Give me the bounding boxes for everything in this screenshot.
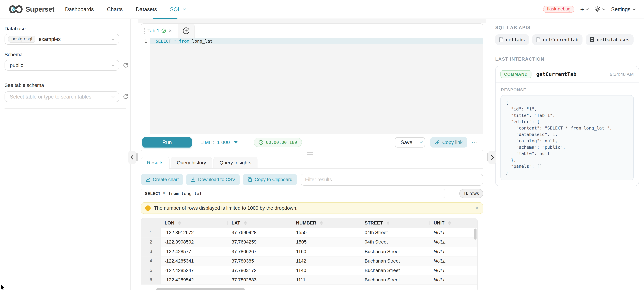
last-interaction-card: COMMAND getCurrentTab 9:34:48 AM RESPONS…: [495, 66, 639, 186]
tab-query-insights[interactable]: Query Insights: [214, 157, 258, 168]
table-row: 2 -122.3908502 37.7694259 1505 04th Stre…: [141, 237, 477, 247]
response-json: { "id": "1", "title": "Tab 1", "editor":…: [500, 95, 634, 180]
sql-lab-sidebar: Database postgresql examples Schema publ…: [0, 19, 130, 290]
editor-tab-active[interactable]: Tab 1 ✕: [141, 24, 178, 38]
download-csv-button[interactable]: Download to CSV: [186, 174, 240, 185]
collapse-right-panel-button[interactable]: [488, 151, 496, 164]
sql-editor-card: Tab 1 ✕ 1 SELECT * from long_lat: [141, 23, 483, 151]
command-name: getCurrentTab: [536, 71, 576, 77]
main-nav: Dashboards Charts Datasets SQL: [65, 6, 186, 12]
row-count-badge: 1k rows: [459, 189, 483, 198]
column-header-lon[interactable]: LON: [160, 218, 228, 228]
close-tab-icon[interactable]: ✕: [168, 28, 172, 33]
editor-toolbar: Run LIMIT: 1 000 00:00:00.189 Save: [141, 134, 482, 151]
save-button[interactable]: Save: [395, 138, 418, 147]
save-dropdown-button[interactable]: [418, 138, 424, 147]
tab-query-history[interactable]: Query history: [171, 157, 212, 168]
collapse-sidebar-button[interactable]: [128, 151, 136, 164]
table-row: 5 -122.4285247 37.7803172 1140 Buchanan …: [141, 266, 477, 275]
new-tab-button[interactable]: [178, 24, 194, 38]
tab-results[interactable]: Results: [141, 157, 170, 168]
interaction-header: COMMAND getCurrentTab 9:34:48 AM: [496, 66, 638, 82]
sql-statement: SELECT * from long_lat: [156, 38, 213, 44]
right-resize-handle[interactable]: [486, 153, 488, 161]
create-chart-button[interactable]: Create chart: [141, 174, 183, 185]
sort-icon: [448, 221, 451, 225]
copy-clipboard-button[interactable]: Copy to Clipboard: [243, 174, 297, 185]
corner-cell: [141, 218, 160, 228]
link-icon: [435, 140, 440, 145]
sql-star: *: [171, 38, 179, 44]
column-header-number[interactable]: NUMBER: [292, 218, 360, 228]
chevron-down-icon: [112, 38, 115, 40]
theme-toggle-button[interactable]: [595, 6, 606, 12]
get-tabs-button[interactable]: getTabs: [495, 34, 529, 45]
horizontal-scrollbar-track: [141, 287, 477, 290]
schema-value: public: [10, 62, 23, 68]
document-icon: [500, 37, 503, 42]
chevron-down-icon: [602, 8, 606, 10]
table-select[interactable]: Select table or type to search tables: [4, 91, 119, 102]
settings-menu[interactable]: Settings: [611, 6, 636, 12]
download-icon: [191, 177, 196, 182]
limit-dropdown[interactable]: LIMIT: 1 000: [200, 140, 238, 145]
left-resize-handle[interactable]: [136, 153, 138, 161]
sql-lab-page: Superset Dashboards Charts Datasets SQL …: [0, 0, 644, 290]
warning-text: The number of rows displayed is limited …: [154, 205, 298, 211]
copy-link-button[interactable]: Copy link: [430, 137, 467, 148]
warning-icon: !: [145, 206, 151, 211]
more-actions-button[interactable]: ···: [472, 139, 478, 146]
topbar-right: flask-debug + Settings: [543, 6, 636, 13]
superset-logo[interactable]: Superset: [9, 5, 54, 13]
plus-circle-icon: [183, 27, 190, 34]
tabbar-background: [138, 19, 486, 23]
run-query-button[interactable]: Run: [142, 137, 192, 148]
schema-select[interactable]: public: [4, 60, 119, 70]
table-row-partial: [141, 285, 477, 287]
sql-code-editor[interactable]: 1 SELECT * from long_lat: [141, 38, 482, 134]
table-row: 4 -122.4285341 37.780385 1142 Buchanan S…: [141, 256, 477, 266]
sql-keyword: from: [179, 38, 190, 44]
get-current-tab-button[interactable]: getCurrentTab: [532, 34, 582, 45]
clock-icon: [258, 140, 263, 145]
chevron-down-icon: [586, 8, 589, 10]
print-margin-line: [351, 44, 351, 134]
panel-split-handle[interactable]: [307, 152, 313, 155]
nav-sql[interactable]: SQL: [170, 6, 186, 12]
timer-value: 00:00:00.189: [266, 140, 297, 145]
nav-dashboards[interactable]: Dashboards: [65, 6, 94, 12]
results-table: LON LAT NUMBER STREET UNIT 1 -122.391267…: [141, 218, 478, 290]
database-select[interactable]: postgresql examples: [4, 34, 119, 44]
query-preview-row: SELECT * from long_lat 1k rows: [141, 189, 483, 198]
response-label: RESPONSE: [501, 88, 638, 92]
query-timer: 00:00:00.189: [254, 138, 302, 147]
sidebar-divider: [4, 108, 126, 109]
results-actions: Create chart Download to CSV Copy to Cli…: [141, 174, 483, 186]
column-header-unit[interactable]: UNIT: [430, 218, 477, 228]
brand-wordmark: Superset: [26, 5, 54, 13]
sql-table-name: long_lat: [190, 38, 213, 44]
table-row: 6 -122.4289542 37.7802883 1111 Buchanan …: [141, 275, 477, 285]
refresh-schemas-icon[interactable]: [123, 62, 128, 68]
limit-value: 1 000: [217, 140, 230, 145]
get-databases-button[interactable]: getDatabases: [586, 34, 634, 45]
new-item-button[interactable]: +: [580, 6, 589, 13]
horizontal-scrollbar[interactable]: [156, 288, 245, 290]
close-warning-icon[interactable]: ✕: [475, 206, 478, 211]
chevron-down-icon: [420, 141, 423, 143]
vertical-scrollbar[interactable]: [474, 229, 476, 240]
chart-icon: [146, 177, 150, 182]
column-header-lat[interactable]: LAT: [228, 218, 292, 228]
drag-handle-icon[interactable]: [144, 28, 145, 34]
table-select-placeholder: Select table or type to search tables: [10, 94, 91, 100]
nav-datasets[interactable]: Datasets: [136, 6, 157, 12]
schema-label: Schema: [4, 52, 130, 57]
column-header-street[interactable]: STREET: [360, 218, 430, 228]
refresh-tables-icon[interactable]: [123, 94, 128, 99]
table-row: 3 -122.428577 37.7806267 1160 Buchanan S…: [141, 247, 477, 256]
top-navbar: Superset Dashboards Charts Datasets SQL …: [0, 0, 644, 19]
filter-results-input[interactable]: [300, 174, 483, 186]
results-panel: Results Query history Query Insights Cre…: [141, 157, 483, 290]
sql-lab-api-panel: SQL LAB APIS getTabs getCurrentTab getDa…: [489, 19, 644, 290]
nav-charts[interactable]: Charts: [107, 6, 123, 12]
